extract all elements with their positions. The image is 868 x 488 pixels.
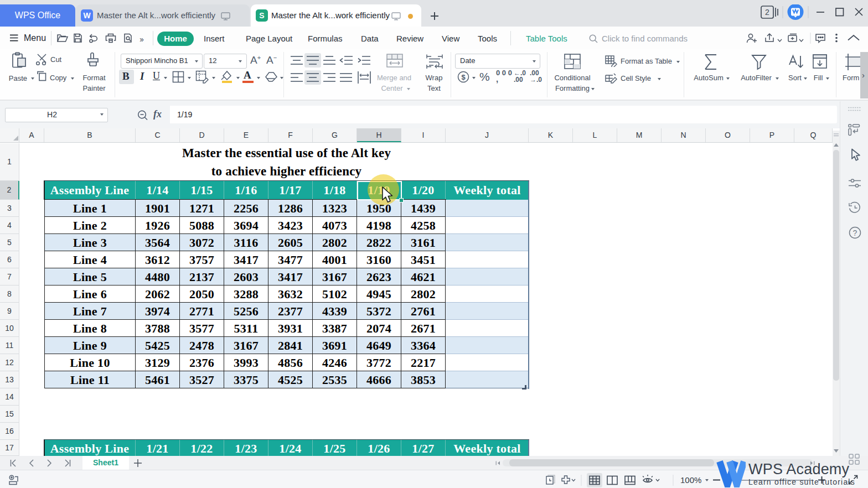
svg-text:?: ? [853,229,857,237]
svg-text:2: 2 [765,8,769,17]
svg-text:$: $ [461,73,466,81]
